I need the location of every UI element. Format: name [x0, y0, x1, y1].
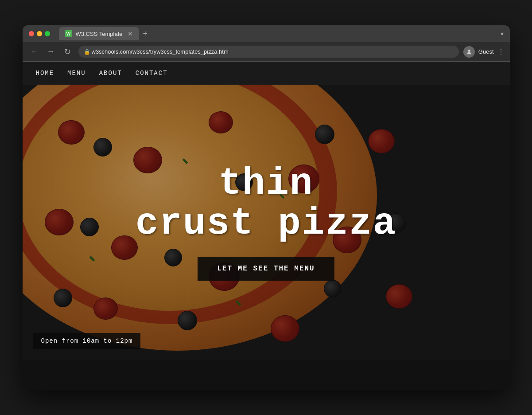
nav-menu[interactable]: MENU [67, 70, 86, 77]
minimize-button[interactable] [37, 31, 42, 36]
badge-text: Open from 10am to 12pm [41, 337, 133, 345]
address-wrapper: 🔒 [78, 46, 459, 58]
site-content: HOME MENU ABOUT CONTACT [23, 62, 510, 390]
profile-icon [463, 46, 475, 58]
lock-icon: 🔒 [84, 49, 90, 55]
address-input[interactable] [78, 46, 459, 58]
site-footer [23, 360, 510, 390]
new-tab-button[interactable]: + [143, 29, 148, 39]
tab-close-icon[interactable]: ✕ [128, 30, 133, 37]
hero-title-line2: crust pizza [136, 204, 397, 243]
title-bar: W W3.CSS Template ✕ + ▾ [23, 25, 510, 42]
back-button[interactable]: ← [28, 46, 40, 58]
profile-area: Guest ⋮ [463, 46, 505, 58]
nav-contact[interactable]: CONTACT [136, 70, 168, 77]
tabs-dropdown-icon[interactable]: ▾ [501, 30, 504, 37]
svg-point-0 [468, 49, 470, 51]
browser-menu-button[interactable]: ⋮ [497, 47, 505, 56]
tab-title: W3.CSS Template [76, 31, 123, 37]
hero-section: thin crust pizza Let me see the menu Ope… [23, 85, 510, 360]
site-nav: HOME MENU ABOUT CONTACT [23, 62, 510, 85]
reload-button[interactable]: ↻ [62, 46, 74, 58]
profile-label: Guest [478, 48, 494, 55]
hero-title-line1: thin [136, 164, 397, 204]
hero-content: thin crust pizza Let me see the menu [136, 164, 397, 281]
maximize-button[interactable] [45, 31, 50, 36]
cta-button[interactable]: Let me see the menu [198, 257, 334, 281]
tab-favicon: W [65, 30, 72, 37]
tab-bar: W W3.CSS Template ✕ + ▾ [59, 27, 504, 40]
forward-button[interactable]: → [45, 46, 57, 58]
close-button[interactable] [29, 31, 34, 36]
nav-about[interactable]: ABOUT [99, 70, 122, 77]
hero-title: thin crust pizza [136, 164, 397, 244]
nav-home[interactable]: HOME [36, 70, 54, 77]
address-bar: ← → ↻ 🔒 Guest ⋮ [23, 42, 510, 62]
hero-badge: Open from 10am to 12pm [33, 333, 141, 349]
active-tab[interactable]: W W3.CSS Template ✕ [59, 27, 140, 40]
browser-window: W W3.CSS Template ✕ + ▾ ← → ↻ 🔒 Guest [23, 25, 510, 390]
traffic-lights [29, 31, 50, 36]
